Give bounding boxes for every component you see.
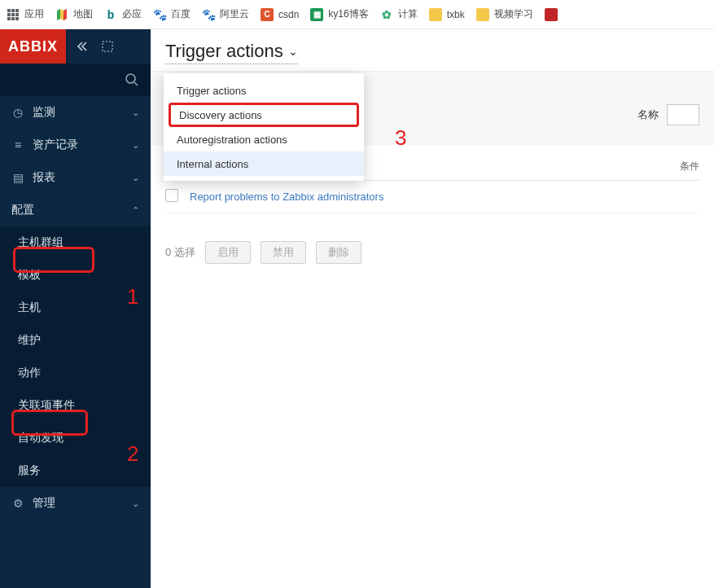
- bookmark-bing[interactable]: b 必应: [104, 7, 142, 21]
- sidebar-subitem-template[interactable]: 模板: [0, 259, 151, 292]
- sidebar-subitem-label: 动作: [18, 366, 41, 380]
- bookmark-apps[interactable]: 应用: [7, 7, 44, 21]
- svg-line-15: [134, 82, 138, 86]
- dropdown-item-discovery[interactable]: Discovery actions: [169, 103, 359, 127]
- bookmark-label: 计算: [398, 7, 418, 21]
- main-content: Trigger actions ⌄ Trigger actions Discov…: [151, 29, 714, 588]
- apps-icon: [7, 8, 20, 21]
- row-checkbox[interactable]: [165, 189, 178, 202]
- sidebar-subitem-correlation[interactable]: 关联项事件: [0, 389, 151, 422]
- sidebar-item-label: 报表: [33, 170, 55, 185]
- bookmark-label: ky16博客: [328, 7, 368, 21]
- sidebar-collapse-button[interactable]: [72, 37, 92, 56]
- bookmark-label: 视频学习: [494, 7, 533, 21]
- filter-name-input[interactable]: [667, 104, 699, 125]
- bookmark-pdf[interactable]: [545, 8, 558, 21]
- page-title: Trigger actions: [165, 41, 283, 62]
- bing-icon: b: [104, 8, 117, 21]
- brand-logo[interactable]: ABBIX: [0, 29, 66, 64]
- bookmark-calc[interactable]: ✿ 计算: [380, 7, 418, 21]
- dropdown-item-autoreg[interactable]: Autoregistration actions: [164, 127, 364, 151]
- bookmark-ky16[interactable]: ▦ ky16博客: [310, 7, 368, 21]
- svg-marker-12: [64, 9, 67, 20]
- bookmark-label: csdn: [278, 9, 299, 20]
- sidebar-header: ABBIX: [0, 29, 151, 64]
- svg-marker-10: [57, 9, 60, 20]
- sidebar-item-config[interactable]: 配置 ⌃: [0, 194, 151, 226]
- pdf-icon: [545, 8, 558, 21]
- sidebar-subitem-label: 主机群组: [18, 235, 64, 250]
- sidebar-subitem-hostgroup[interactable]: 主机群组: [0, 226, 151, 259]
- svg-rect-13: [103, 42, 112, 51]
- sidebar-item-admin[interactable]: ⚙ 管理 ⌄: [0, 487, 151, 520]
- bookmark-label: 百度: [171, 7, 191, 21]
- ky16-icon: ▦: [310, 8, 323, 21]
- dropdown-item-label: Internal actions: [177, 158, 248, 170]
- column-header-label: 条件: [680, 160, 699, 172]
- admin-icon: ⚙: [11, 497, 24, 510]
- map-icon: [55, 8, 68, 21]
- sidebar-subitem-label: 主机: [18, 301, 41, 315]
- delete-button[interactable]: 删除: [316, 241, 361, 264]
- chevron-down-icon: ⌄: [132, 173, 139, 183]
- dropdown-item-label: Trigger actions: [177, 85, 247, 97]
- chevron-down-icon: ⌄: [132, 140, 139, 151]
- selected-count: 0 选择: [165, 245, 195, 260]
- sidebar-subitem-services[interactable]: 服务: [0, 454, 151, 487]
- bookmark-label: 应用: [24, 7, 44, 21]
- sidebar-subitem-label: 模板: [18, 268, 41, 283]
- fullscreen-button[interactable]: [99, 37, 116, 55]
- sidebar-subitem-label: 服务: [18, 463, 41, 478]
- svg-rect-5: [15, 13, 19, 16]
- disable-button[interactable]: 禁用: [261, 241, 306, 264]
- bookmark-baidu[interactable]: 🐾 百度: [153, 7, 191, 21]
- bookmark-map[interactable]: 地图: [55, 7, 93, 21]
- report-icon: ▤: [11, 171, 24, 184]
- action-type-dropdown: Trigger actions Discovery actions Autore…: [164, 73, 364, 181]
- action-name-link[interactable]: Report problems to Zabbix administrators: [190, 191, 383, 203]
- svg-rect-3: [7, 13, 11, 16]
- sidebar-item-label: 管理: [33, 496, 55, 511]
- browser-bookmarks-bar: 应用 地图 b 必应 🐾 百度 🐾 阿里云 C csdn ▦ ky16博客 ✿ …: [0, 0, 714, 29]
- sidebar-item-label: 配置: [11, 203, 34, 217]
- sidebar-subitem-host[interactable]: 主机: [0, 292, 151, 324]
- search-icon[interactable]: [125, 72, 139, 87]
- app-container: ABBIX ◷ 监测 ⌄ ≡ 资产记录 ⌄: [0, 29, 714, 588]
- bookmark-video[interactable]: 视频学习: [476, 7, 533, 21]
- dropdown-item-internal[interactable]: Internal actions: [164, 151, 364, 176]
- sidebar-item-label: 资产记录: [33, 138, 78, 152]
- sidebar-subitem-discovery[interactable]: 自动发现: [0, 422, 151, 454]
- chevron-up-icon: ⌃: [132, 205, 139, 216]
- column-header-condition[interactable]: 条件: [659, 160, 699, 173]
- sidebar-menu: ◷ 监测 ⌄ ≡ 资产记录 ⌄ ▤ 报表 ⌄ 配置 ⌃ 主机群组 模板 主机: [0, 96, 151, 588]
- bookmark-csdn[interactable]: C csdn: [261, 8, 299, 21]
- sidebar-subitem-actions[interactable]: 动作: [0, 357, 151, 389]
- sidebar: ABBIX ◷ 监测 ⌄ ≡ 资产记录 ⌄: [0, 29, 151, 588]
- bookmark-txbk[interactable]: txbk: [429, 8, 465, 21]
- svg-rect-4: [11, 13, 15, 16]
- monitor-icon: ◷: [11, 106, 24, 119]
- sidebar-item-label: 监测: [33, 105, 55, 120]
- aliyun-icon: 🐾: [202, 8, 215, 21]
- chevron-down-icon: ⌄: [132, 498, 139, 509]
- bookmark-label: 阿里云: [220, 7, 249, 21]
- sidebar-subitem-label: 自动发现: [18, 431, 64, 445]
- svg-point-14: [126, 74, 135, 83]
- sidebar-item-monitor[interactable]: ◷ 监测 ⌄: [0, 96, 151, 129]
- sidebar-subitem-maintenance[interactable]: 维护: [0, 324, 151, 357]
- bulk-actions-footer: 0 选择 启用 禁用 删除: [151, 222, 714, 283]
- bookmark-aliyun[interactable]: 🐾 阿里云: [202, 7, 249, 21]
- dropdown-item-trigger[interactable]: Trigger actions: [164, 78, 364, 103]
- sidebar-item-report[interactable]: ▤ 报表 ⌄: [0, 161, 151, 194]
- page-title-dropdown-toggle[interactable]: Trigger actions ⌄: [165, 41, 298, 64]
- sidebar-search[interactable]: [0, 64, 151, 96]
- enable-button[interactable]: 启用: [205, 241, 251, 264]
- svg-marker-11: [60, 9, 64, 20]
- sidebar-subitem-label: 维护: [18, 333, 41, 348]
- csdn-icon: C: [261, 8, 274, 21]
- filter-name-label: 名称: [637, 108, 659, 122]
- table-row: Report problems to Zabbix administrators: [165, 181, 699, 213]
- sidebar-item-asset[interactable]: ≡ 资产记录 ⌄: [0, 129, 151, 161]
- svg-rect-0: [7, 9, 11, 12]
- dropdown-item-label: Discovery actions: [179, 109, 262, 121]
